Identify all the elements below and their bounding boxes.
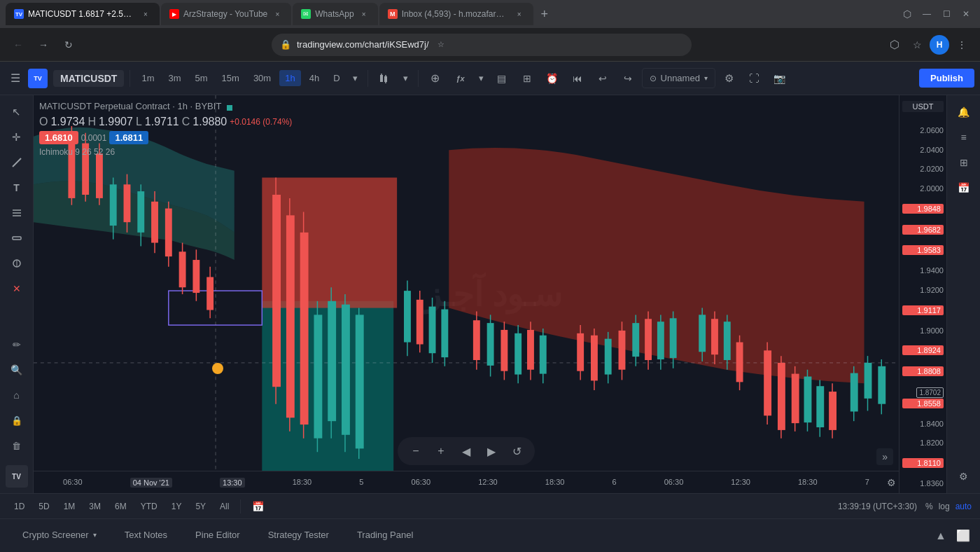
timeframe-dropdown[interactable]: ▾ bbox=[349, 70, 362, 86]
tab-strategy-tester[interactable]: Strategy Tester bbox=[254, 524, 343, 547]
timeframe-1h[interactable]: 1h bbox=[279, 70, 300, 86]
trading-panel-label: Trading Panel bbox=[357, 530, 413, 540]
forward-button[interactable]: → bbox=[34, 35, 53, 55]
unnamed-layout-button[interactable]: ⊙ Unnamed ▾ bbox=[642, 68, 715, 88]
new-tab-button[interactable]: + bbox=[535, 4, 554, 24]
range-3m[interactable]: 3M bbox=[83, 499, 106, 514]
tab-close-tv[interactable]: × bbox=[140, 8, 151, 20]
auto-label[interactable]: auto bbox=[955, 502, 972, 511]
data-window-button[interactable]: ⊞ bbox=[516, 67, 538, 90]
tradingview-app: ☰ TV MATICUSDT 1m 3m 5m 15m 30m 1h 4h D … bbox=[0, 62, 980, 552]
tab-crypto-screener[interactable]: Crypto Screener ▾ bbox=[8, 524, 111, 547]
zoom-out-button[interactable]: − bbox=[406, 441, 426, 461]
tab-whatsapp[interactable]: ✉ WhatsApp × bbox=[293, 3, 377, 25]
calendar-panel-button[interactable]: 📅 bbox=[953, 177, 975, 199]
timeframe-4h[interactable]: 4h bbox=[304, 70, 325, 86]
fullscreen-button[interactable]: ⛶ bbox=[743, 67, 766, 90]
price-1820: 1.8200 bbox=[902, 439, 944, 447]
tab-youtube[interactable]: ▶ ArzStrategy - YouTube × bbox=[161, 3, 291, 25]
timeframe-d[interactable]: D bbox=[328, 70, 345, 86]
lock-tool[interactable]: 🔒 bbox=[6, 409, 28, 432]
timeframe-30m[interactable]: 30m bbox=[248, 70, 276, 86]
range-1d[interactable]: 1D bbox=[8, 499, 30, 514]
chart-settings-button[interactable]: ⚙ bbox=[718, 67, 741, 90]
bar-replay-button[interactable]: ▤ bbox=[491, 67, 513, 90]
tab-close-wa[interactable]: × bbox=[358, 8, 370, 20]
bar-type-button[interactable] bbox=[374, 67, 396, 90]
range-ytd[interactable]: YTD bbox=[135, 499, 163, 514]
zoom-in-button[interactable]: + bbox=[431, 441, 451, 461]
measure-tool[interactable] bbox=[6, 227, 28, 249]
range-all[interactable]: All bbox=[214, 499, 234, 514]
tab-pine-editor[interactable]: Pine Editor bbox=[181, 524, 254, 547]
extensions-btn[interactable]: ⬡ bbox=[885, 35, 904, 55]
text-tool[interactable]: T bbox=[6, 177, 28, 199]
time-settings-button[interactable]: ⚙ bbox=[887, 477, 896, 488]
pattern-tool[interactable] bbox=[6, 252, 28, 275]
bookmark-btn[interactable]: ☆ bbox=[907, 35, 927, 55]
tab-gmail[interactable]: M Inbox (4,593) - h.mozafar@gma... × bbox=[379, 3, 533, 25]
timeframe-1m[interactable]: 1m bbox=[136, 70, 160, 86]
chart-area[interactable]: MATICUSDT Perpetual Contract · 1h · BYBI… bbox=[34, 95, 899, 493]
redo-button[interactable]: ↪ bbox=[617, 67, 639, 90]
bar-type-dropdown[interactable]: ▾ bbox=[399, 70, 412, 86]
publish-button[interactable]: Publish bbox=[919, 69, 974, 88]
replay-button[interactable]: ⏮ bbox=[566, 67, 589, 90]
url-input[interactable]: 🔒 tradingview.com/chart/iKSEwd7j/ ☆ bbox=[272, 34, 692, 56]
data-window-panel-button[interactable]: ⊞ bbox=[953, 151, 975, 174]
alerts-button[interactable]: ⏰ bbox=[541, 67, 564, 90]
profile-btn[interactable]: H bbox=[930, 35, 949, 55]
date-range-picker[interactable]: 📅 bbox=[246, 498, 270, 515]
zoom-tool[interactable]: 🔍 bbox=[6, 359, 28, 381]
range-1m[interactable]: 1M bbox=[58, 499, 81, 514]
delete-all-button[interactable]: 🗑 bbox=[6, 434, 28, 457]
indicators-button[interactable]: ƒx bbox=[449, 67, 472, 90]
watchlist-button[interactable]: ⌂ bbox=[6, 384, 28, 406]
crypto-dropdown-icon[interactable]: ▾ bbox=[93, 531, 97, 539]
eraser-tool[interactable]: ✕ bbox=[6, 277, 28, 300]
range-5d[interactable]: 5D bbox=[33, 499, 55, 514]
timeframe-15m[interactable]: 15m bbox=[216, 70, 245, 86]
alerts-panel-button[interactable]: 🔔 bbox=[953, 101, 975, 123]
tab-close-gm[interactable]: × bbox=[514, 8, 525, 20]
percent-icon[interactable]: % bbox=[925, 502, 933, 511]
scroll-right-button[interactable]: ▶ bbox=[482, 441, 501, 461]
symbol-selector[interactable]: MATICUSDT bbox=[53, 70, 124, 87]
back-button[interactable]: ← bbox=[8, 35, 28, 55]
right-settings-button[interactable]: ⚙ bbox=[953, 465, 975, 488]
range-6m[interactable]: 6M bbox=[109, 499, 132, 514]
log-label[interactable]: log bbox=[939, 502, 950, 511]
fibonacci-tool[interactable] bbox=[6, 202, 28, 224]
scroll-left-button[interactable]: ◀ bbox=[456, 441, 476, 461]
range-1y[interactable]: 1Y bbox=[166, 499, 188, 514]
timeframe-3m[interactable]: 3m bbox=[162, 70, 186, 86]
drawing-brush-tool[interactable]: ✏ bbox=[6, 333, 28, 356]
extensions-icon[interactable]: ⬡ bbox=[899, 6, 916, 22]
timeframe-5m[interactable]: 5m bbox=[190, 70, 214, 86]
reset-view-button[interactable]: ↺ bbox=[507, 441, 526, 461]
add-indicator-button[interactable]: ⊕ bbox=[424, 67, 447, 90]
expand-chart-button[interactable]: » bbox=[876, 448, 893, 465]
maximize-button[interactable]: ☐ bbox=[938, 6, 955, 22]
snapshot-button[interactable]: 📷 bbox=[769, 67, 791, 90]
close-window-button[interactable]: ✕ bbox=[958, 6, 974, 22]
star-icon[interactable]: ☆ bbox=[438, 40, 444, 49]
panel-maximize-button[interactable]: ⬜ bbox=[955, 527, 972, 544]
tab-text-notes[interactable]: Text Notes bbox=[111, 524, 181, 547]
minimize-button[interactable]: — bbox=[918, 6, 935, 22]
tab-close-yt[interactable]: × bbox=[272, 8, 283, 20]
range-5y[interactable]: 5Y bbox=[190, 499, 211, 514]
indicators-dropdown[interactable]: ▾ bbox=[475, 70, 488, 86]
browser-menu-btn[interactable]: ⋮ bbox=[952, 35, 972, 55]
sidebar-toggle-button[interactable]: ☰ bbox=[6, 69, 25, 88]
tab-trading-panel[interactable]: Trading Panel bbox=[343, 524, 427, 547]
crosshair-tool[interactable]: ✛ bbox=[6, 126, 28, 149]
panel-close-button[interactable]: ▲ bbox=[932, 527, 949, 544]
watchlist-panel-button[interactable]: ≡ bbox=[953, 126, 975, 149]
undo-button[interactable]: ↩ bbox=[592, 67, 614, 90]
tab-tradingview[interactable]: TV MATICUSDT 1.6817 +2.52% U... × bbox=[6, 3, 160, 25]
line-tool[interactable] bbox=[6, 151, 28, 174]
refresh-button[interactable]: ↻ bbox=[59, 35, 78, 55]
candle-body-11 bbox=[206, 277, 214, 310]
cursor-tool[interactable]: ↖ bbox=[6, 101, 28, 123]
